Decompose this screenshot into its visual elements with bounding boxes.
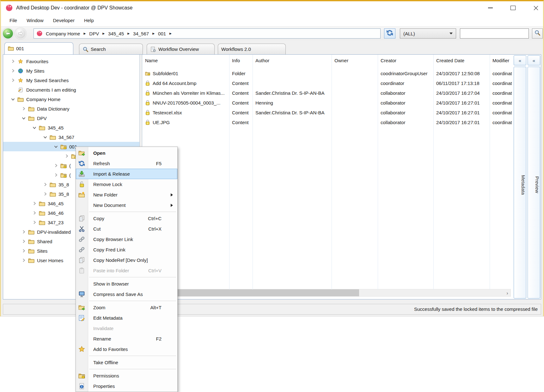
maximize-button[interactable]	[506, 1, 520, 15]
chevron-right-icon[interactable]	[43, 182, 48, 187]
scroll-right-icon[interactable]: ›	[504, 289, 510, 296]
search-button[interactable]	[532, 28, 543, 39]
refresh-button[interactable]	[384, 28, 395, 39]
expand-panel-button[interactable]: «	[528, 55, 540, 65]
chevron-right-icon[interactable]	[32, 220, 37, 225]
close-button[interactable]	[529, 1, 543, 15]
cell-name[interactable]: UE.JPG	[142, 118, 229, 127]
menu-help[interactable]: Help	[79, 15, 99, 26]
minimize-button[interactable]	[483, 1, 498, 15]
refresh-icon	[78, 160, 85, 167]
tree-item-favourites[interactable]: Favourites	[3, 57, 139, 66]
chevron-down-icon[interactable]	[43, 135, 48, 140]
tree-item-company-home[interactable]: Company Home	[3, 94, 139, 104]
chevron-right-icon[interactable]	[53, 172, 58, 178]
chevron-right-icon[interactable]	[21, 239, 26, 244]
chevron-down-icon[interactable]	[53, 144, 58, 149]
chevron-right-icon[interactable]	[21, 106, 26, 111]
cell-name[interactable]: Add 64 Account.bmp	[142, 78, 229, 88]
chevron-right-icon[interactable]	[64, 154, 69, 159]
back-button[interactable]	[2, 28, 14, 39]
context-menu-item-new-folder[interactable]: New Folder	[76, 190, 177, 200]
context-menu-item-add-to-favorites[interactable]: Add to Favorites	[76, 344, 177, 354]
folder-icon	[17, 96, 24, 102]
column-header-owner[interactable]: Owner	[332, 55, 378, 67]
breadcrumb-item-345-45[interactable]: 345_45	[108, 31, 124, 36]
tab-workflows-2-0[interactable]: Workflows 2.0	[218, 44, 286, 54]
context-menu-item-copy-browser-link[interactable]: Copy Browser Link	[76, 234, 177, 244]
column-header-name[interactable]: Name	[142, 55, 229, 67]
chevron-right-icon[interactable]	[21, 258, 26, 263]
cell-info: Folder	[229, 69, 253, 78]
cell-name[interactable]: NNUV-20170505-0004_0003_...	[142, 98, 229, 108]
tree-item-label: DPV-invalidated	[37, 229, 71, 235]
context-menu-item-compress-and-save-as[interactable]: Compress and Save As	[76, 289, 177, 299]
chevron-right-icon[interactable]	[10, 78, 15, 83]
context-menu-item-zoom[interactable]: ZoomAlt+T	[76, 302, 177, 313]
tree-item-documents-i-am-editing[interactable]: Documents I am editing	[3, 85, 139, 94]
context-menu-item-properties[interactable]: Properties	[76, 381, 177, 391]
forward-button[interactable]	[15, 28, 26, 39]
chevron-right-icon[interactable]	[32, 210, 37, 215]
breadcrumb-item-001[interactable]: 001	[158, 31, 166, 36]
filter-dropdown[interactable]: (ALL)	[400, 28, 456, 39]
menu-item-label: Compress and Save As	[93, 289, 143, 299]
menu-developer[interactable]: Developer	[48, 15, 79, 26]
chevron-right-icon[interactable]	[53, 163, 58, 168]
column-header-modifier[interactable]: Modifier	[490, 55, 512, 67]
tree-item-34-567[interactable]: 34_567	[3, 132, 139, 142]
menu-window[interactable]: Window	[22, 15, 48, 26]
context-menu-item-open[interactable]: Open	[76, 148, 177, 158]
scrollbar-thumb[interactable]	[150, 289, 359, 296]
breadcrumb-item-company-home[interactable]: Company Home	[46, 31, 80, 36]
cell-name[interactable]: Subfolder01	[142, 69, 229, 78]
cell-name[interactable]: München als Vorreiter im Klimas...	[142, 88, 229, 98]
tab-label: Workflow Overview	[158, 46, 199, 52]
chevron-right-icon[interactable]	[21, 229, 26, 234]
tree-item-my-saved-searches[interactable]: My Saved Searches	[3, 75, 139, 85]
context-menu-item-copy[interactable]: CopyCtrl+C	[76, 213, 177, 224]
chevron-right-icon[interactable]	[10, 59, 15, 64]
file-name: Subfolder01	[153, 71, 178, 76]
context-menu-item-show-in-browser[interactable]: Show in Browser	[76, 279, 177, 289]
tree-item-dpv[interactable]: DPV	[3, 113, 139, 123]
chevron-right-icon[interactable]	[32, 201, 37, 206]
breadcrumb-item-dpv[interactable]: DPV	[89, 31, 99, 36]
context-menu-item-edit-metadata[interactable]: Edit Metadata	[76, 313, 177, 323]
cell-name[interactable]: Testexcel.xlsx	[142, 108, 229, 118]
expand-panel-button[interactable]: «	[514, 55, 526, 65]
panel-label[interactable]: Metadata	[514, 67, 526, 299]
column-header-info[interactable]: Info	[229, 55, 253, 67]
context-menu-item-permissions[interactable]: Permissions	[76, 371, 177, 381]
context-menu-item-cut[interactable]: CutCtrl+X	[76, 224, 177, 234]
chevron-down-icon[interactable]	[10, 97, 15, 102]
menu-file[interactable]: File	[5, 15, 22, 26]
context-menu-item-take-offline[interactable]: Take Offline	[76, 357, 177, 368]
panel-label[interactable]: Preview	[528, 67, 540, 299]
context-menu-item-refresh[interactable]: RefreshF5	[76, 158, 177, 169]
search-input[interactable]	[460, 28, 529, 39]
tab-search[interactable]: Search	[79, 44, 143, 54]
column-header-created-date[interactable]: Created Date	[433, 55, 490, 67]
chevron-right-icon[interactable]	[43, 191, 48, 196]
tab-001[interactable]: 001	[4, 42, 73, 54]
context-menu-item-copy-fred-link[interactable]: Copy Fred Link	[76, 244, 177, 255]
context-menu-item-remove-lock[interactable]: Remove Lock	[76, 179, 177, 190]
tree-item-345-45[interactable]: 345_45	[3, 123, 139, 132]
tree-item-my-sites[interactable]: My Sites	[3, 66, 139, 75]
column-header-creator[interactable]: Creator	[378, 55, 433, 67]
context-menu-item-copy-noderef-dev-only[interactable]: Copy NodeRef [Dev Only]	[76, 255, 177, 265]
cell-modifier: coordinator	[490, 98, 512, 108]
chevron-down-icon[interactable]	[32, 125, 37, 130]
horizontal-scrollbar[interactable]: ‹ ›	[143, 289, 511, 297]
breadcrumb-item-34-567[interactable]: 34_567	[133, 31, 149, 36]
context-menu-item-new-document[interactable]: New Document	[76, 200, 177, 210]
chevron-down-icon[interactable]	[21, 116, 26, 121]
tree-item-data-dictionary[interactable]: Data Dictionary	[3, 104, 139, 113]
chevron-right-icon[interactable]	[10, 68, 15, 73]
context-menu-item-rename[interactable]: RenameF2	[76, 334, 177, 344]
tab-workflow-overview[interactable]: Workflow Overview	[147, 44, 215, 54]
context-menu-item-import-release[interactable]: Import & Release	[76, 169, 177, 179]
column-header-author[interactable]: Author	[253, 55, 332, 67]
chevron-right-icon[interactable]	[21, 248, 26, 253]
